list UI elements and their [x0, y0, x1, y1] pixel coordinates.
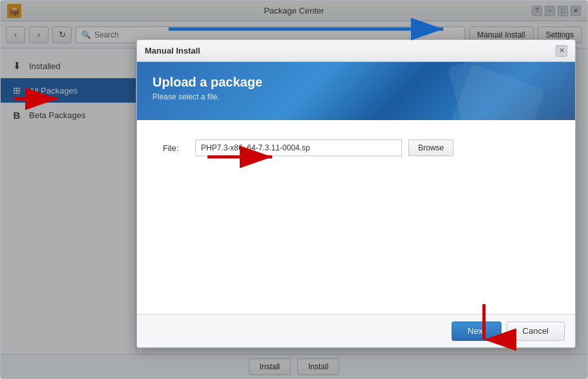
- file-label: File:: [163, 143, 189, 153]
- modal-title-bar: Manual Install ✕: [137, 40, 575, 62]
- main-window: 📦 Package Center ? ─ □ ✕ ‹ › ↻ 🔍 Manual …: [0, 0, 588, 379]
- modal-header-banner: Upload a package Please select a file.: [137, 62, 575, 120]
- manual-install-modal: Manual Install ✕ Upload a package Please…: [136, 39, 576, 348]
- file-input-display: PHP7.3-x86_64-7.3.11-0004.sp: [195, 139, 402, 156]
- banner-subtitle: Please select a file.: [152, 92, 560, 101]
- cancel-button[interactable]: Cancel: [507, 322, 565, 341]
- modal-footer: Next Cancel: [137, 314, 575, 347]
- modal-close-button[interactable]: ✕: [556, 45, 567, 57]
- next-button[interactable]: Next: [452, 322, 501, 341]
- modal-title: Manual Install: [145, 46, 200, 56]
- modal-body: File: PHP7.3-x86_64-7.3.11-0004.sp Brows…: [137, 120, 575, 314]
- file-row: File: PHP7.3-x86_64-7.3.11-0004.sp Brows…: [163, 139, 549, 156]
- banner-title: Upload a package: [152, 75, 560, 90]
- browse-button[interactable]: Browse: [408, 139, 454, 156]
- modal-overlay: Manual Install ✕ Upload a package Please…: [1, 1, 587, 378]
